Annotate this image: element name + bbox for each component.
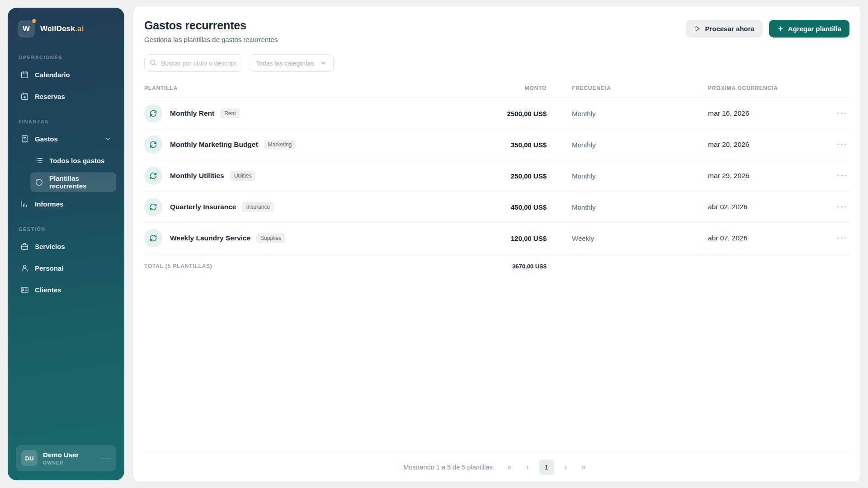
category-filter-value: Todas las categorías [256,60,314,67]
sidebar-item-todos-los-gastos[interactable]: Todos los gastos [30,150,116,170]
sidebar-item-personal[interactable]: Personal [16,258,116,278]
pagination-bar: Mostrando 1 a 5 de 5 plantillas « ‹ 1 › … [144,452,849,482]
calendar-icon [20,70,29,79]
sidebar-item-label: Reservas [35,93,65,100]
amount-cell: 350,00 US$ [434,141,547,149]
column-header-monto: MONTO [434,85,547,91]
process-now-button[interactable]: Procesar ahora [686,20,762,38]
history-icon [35,178,43,187]
sidebar-item-label: Informes [35,200,63,208]
chevron-down-icon [320,59,327,67]
sidebar-item-clientes[interactable]: Clientes [16,280,116,300]
user-card[interactable]: DU Demo User OWNER ··· [16,445,116,471]
table-row[interactable]: Monthly Utilities Utilities 250,00 US$ M… [144,160,849,192]
template-name: Monthly Rent [170,109,214,117]
pagination-summary: Mostrando 1 a 5 de 5 plantillas [403,464,493,471]
page-title: Gastos recurrentes [144,19,278,32]
template-name: Quarterly Insurance [170,203,236,211]
total-amount: 3670,00 US$ [434,263,547,270]
sidebar-section-finanzas: FINANZAS [19,119,113,124]
page-subtitle: Gestiona las plantillas de gastos recurr… [144,36,278,43]
sidebar-item-label: Plantillas recurrentes [49,174,112,190]
row-actions-button[interactable]: ··· [835,107,849,120]
category-tag: Utilities [230,171,256,181]
amount-cell: 120,00 US$ [434,235,547,242]
amount-cell: 250,00 US$ [434,172,547,180]
next-occurrence-cell: mar 20, 2026 [683,141,831,149]
row-actions-button[interactable]: ··· [835,201,849,213]
sidebar-item-informes[interactable]: Informes [16,194,116,214]
brand-logo: W [18,20,35,38]
brand-suffix: .ai [75,24,84,33]
column-header-plantilla: PLANTILLA [144,85,434,91]
chevron-down-icon [104,135,112,143]
next-page-button[interactable]: › [559,460,572,474]
header-actions: Procesar ahora Agregar plantilla [686,20,849,38]
sidebar-item-label: Todos los gastos [49,157,104,164]
row-actions-button[interactable]: ··· [835,232,849,244]
frequency-cell: Weekly [547,235,683,242]
user-icon [20,264,29,272]
amount-cell: 450,00 US$ [434,203,547,211]
search-input[interactable] [144,54,242,72]
category-tag: Insurance [242,202,274,212]
sidebar-item-reservas[interactable]: Reservas [16,86,116,106]
recurring-refresh-icon [144,229,162,247]
sidebar-item-label: Clientes [35,286,61,294]
plus-icon [777,25,784,32]
sidebar: W WellDesk.ai OPERACIONES Calendario Res… [8,8,124,480]
user-menu-button[interactable]: ··· [101,454,111,463]
play-icon [694,25,701,32]
brand-notification-dot [32,19,36,23]
brand-name: WellDesk.ai [40,24,84,33]
calendar-plus-icon [20,92,29,101]
table-total-row: TOTAL (5 PLANTILLAS) 3670,00 US$ [144,254,849,278]
frequency-cell: Monthly [547,110,683,117]
table-header: PLANTILLA MONTO FRECUENCIA PRÓXIMA OCURR… [144,78,849,98]
avatar: DU [21,450,38,466]
category-tag: Marketing [264,140,296,150]
user-name: Demo User [43,451,79,459]
sidebar-item-label: Calendario [35,71,70,79]
brand-initial: W [23,24,30,33]
frequency-cell: Monthly [547,203,683,211]
search-icon [149,59,157,66]
sidebar-section-gestion: GESTIÓN [19,226,113,232]
sidebar-item-label: Servicios [35,243,65,250]
frequency-cell: Monthly [547,141,683,149]
sidebar-item-gastos[interactable]: Gastos [16,129,116,149]
current-page-indicator[interactable]: 1 [539,460,554,475]
briefcase-icon [20,242,29,251]
id-card-icon [20,286,29,294]
recurring-refresh-icon [144,198,162,216]
main-content: Gastos recurrentes Gestiona las plantill… [133,6,860,482]
category-filter-select[interactable]: Todas las categorías [250,54,334,72]
table-row[interactable]: Quarterly Insurance Insurance 450,00 US$… [144,192,849,223]
user-role: OWNER [43,460,79,465]
filters-bar: Todas las categorías [144,54,849,72]
recurring-refresh-icon [144,104,162,122]
sidebar-item-label: Personal [35,264,63,272]
next-occurrence-cell: abr 02, 2026 [683,203,831,211]
category-tag: Rent [220,108,240,118]
sidebar-item-plantillas-recurrentes[interactable]: Plantillas recurrentes [30,172,116,192]
row-actions-button[interactable]: ··· [835,169,849,182]
column-header-frecuencia: FRECUENCIA [547,85,683,91]
frequency-cell: Monthly [547,172,683,180]
sidebar-item-servicios[interactable]: Servicios [16,236,116,256]
table-row[interactable]: Monthly Rent Rent 2500,00 US$ Monthly ma… [144,98,849,129]
last-page-button[interactable]: » [577,460,590,474]
pager-controls: « ‹ 1 › » [503,460,590,475]
add-template-button[interactable]: Agregar plantilla [769,20,849,38]
table-row[interactable]: Weekly Laundry Service Supplies 120,00 U… [144,223,849,254]
first-page-button[interactable]: « [503,460,516,474]
previous-page-button[interactable]: ‹ [521,460,534,474]
table-row[interactable]: Monthly Marketing Budget Marketing 350,0… [144,129,849,160]
recurring-refresh-icon [144,136,162,154]
row-actions-button[interactable]: ··· [835,138,849,151]
next-occurrence-cell: abr 07, 2026 [683,234,831,242]
sidebar-item-calendario[interactable]: Calendario [16,65,116,84]
receipt-icon [20,135,29,143]
page-header: Gastos recurrentes Gestiona las plantill… [144,19,849,43]
brand: W WellDesk.ai [18,20,114,38]
